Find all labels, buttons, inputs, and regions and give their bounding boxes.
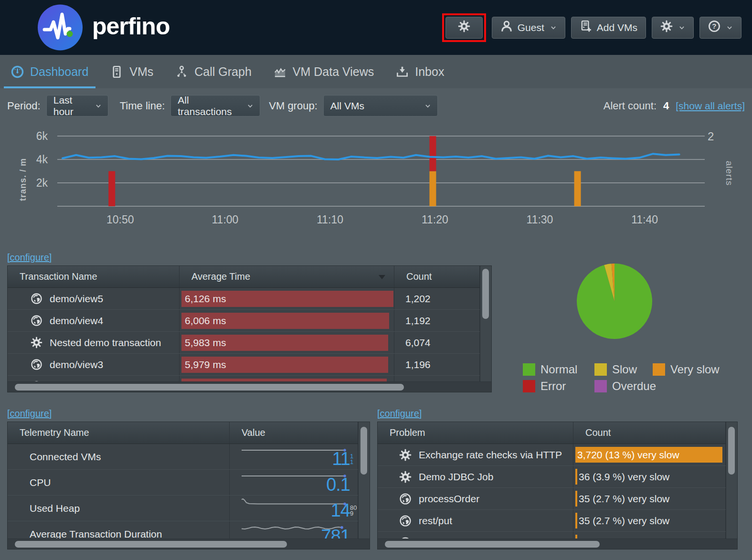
- header-actions: Guest Add VMs ?: [442, 0, 741, 55]
- problem-row[interactable]: rest/put35 (2.7 %) very slow: [378, 510, 737, 532]
- help-menu-button[interactable]: ?: [699, 17, 741, 39]
- configure-telemetry-link[interactable]: [configure]: [7, 408, 52, 419]
- timeline-select[interactable]: All transactions: [170, 95, 260, 116]
- horizontal-scrollbar[interactable]: [378, 539, 737, 549]
- tab-label: VM Data Views: [293, 65, 374, 79]
- legend-label: Very slow: [670, 363, 720, 376]
- settings-gear-annotation-box: [442, 13, 486, 42]
- svg-text:11:10: 11:10: [317, 213, 343, 226]
- svg-text:11:30: 11:30: [527, 213, 553, 226]
- gear-icon: [399, 449, 412, 461]
- legend-swatch: [653, 363, 665, 376]
- legend-label: Overdue: [612, 380, 656, 393]
- telemetry-row[interactable]: Connected VMs1111: [8, 444, 370, 470]
- legend-item-overdue: Overdue: [594, 380, 653, 393]
- callgraph-icon: [175, 65, 188, 78]
- legend-item-slow: Slow: [594, 363, 653, 376]
- transactions-body: demo/view56,126 ms1,202demo/view46,006 m…: [8, 288, 491, 382]
- svg-text:6k: 6k: [36, 130, 48, 142]
- legend-swatch: [523, 363, 535, 376]
- transaction-row[interactable]: Nested demo transaction5,983 ms6,074: [8, 332, 491, 354]
- transaction-name: demo/view3: [50, 359, 103, 370]
- column-header[interactable]: Problem: [378, 422, 573, 444]
- tab-label: Call Graph: [194, 65, 252, 79]
- transaction-row[interactable]: demo/view35,979 ms1,196: [8, 354, 491, 376]
- vertical-scrollbar[interactable]: [726, 422, 737, 539]
- period-label: Period:: [7, 100, 41, 112]
- transaction-row[interactable]: demo/view56,126 ms1,202: [8, 288, 491, 310]
- transaction-count: 6,074: [405, 337, 431, 349]
- telemetry-row[interactable]: Average Transaction Duration781: [8, 521, 370, 539]
- period-select[interactable]: Last hour: [46, 95, 108, 116]
- sort-descending-icon: [379, 275, 385, 279]
- svg-text:10:50: 10:50: [106, 213, 134, 226]
- gear-icon: [660, 20, 673, 32]
- chev-icon: [726, 24, 733, 31]
- svg-text:11:20: 11:20: [422, 213, 448, 226]
- vertical-scrollbar[interactable]: [358, 422, 370, 539]
- average-time-value: 6,126 ms: [181, 293, 226, 305]
- person-icon: [500, 20, 513, 32]
- transaction-count: 1,192: [405, 315, 431, 327]
- tab-dashboard[interactable]: Dashboard: [4, 55, 95, 88]
- chev-icon: [550, 24, 557, 31]
- telemetry-value: 14: [331, 500, 350, 521]
- vertical-scrollbar[interactable]: [480, 266, 491, 381]
- telemetry-value: 0.1: [326, 475, 350, 495]
- problem-row[interactable]: Exchange rate checks via HTTP3,720 (13 %…: [378, 444, 737, 466]
- legend-label: Slow: [612, 363, 637, 376]
- column-header[interactable]: Telemetry Name: [8, 422, 230, 444]
- globe-icon: [31, 359, 42, 370]
- vm-group-select[interactable]: All VMs: [323, 95, 438, 116]
- svg-text:alerts: alerts: [724, 161, 734, 186]
- guest-menu-button[interactable]: Guest: [492, 17, 565, 39]
- problem-name: processOrder: [419, 493, 479, 505]
- transaction-count: 1,202: [405, 293, 431, 305]
- telemetry-value: 781: [321, 526, 350, 539]
- add-vms-button[interactable]: Add VMs: [571, 17, 646, 39]
- average-time-bar: 5,983 ms: [181, 335, 388, 351]
- svg-text:?: ?: [712, 22, 716, 30]
- timeline-label: Time line:: [120, 100, 165, 112]
- show-all-alerts-link[interactable]: [show all alerts]: [676, 100, 745, 112]
- perfino-dashboard-page: perfino Guest Add VMs ? DashboardVMsCall…: [0, 0, 752, 560]
- telemetry-row[interactable]: CPU0.1: [8, 470, 370, 496]
- column-header[interactable]: Transaction Name: [8, 266, 180, 287]
- problem-row[interactable]: [378, 532, 737, 539]
- svg-text:2: 2: [708, 130, 714, 143]
- gear-icon: [399, 471, 412, 483]
- tab-vms[interactable]: VMs: [103, 55, 160, 88]
- value-range-clipped: 11: [350, 454, 357, 465]
- transaction-row[interactable]: demo/view46,006 ms1,192: [8, 310, 491, 332]
- problem-row[interactable]: Demo JDBC Job36 (3.9 %) very slow: [378, 466, 737, 488]
- chev-icon: [95, 103, 102, 109]
- tab-call-graph[interactable]: Call Graph: [168, 55, 259, 88]
- tab-vm-data-views[interactable]: VM Data Views: [266, 55, 381, 88]
- legend-item-very-slow: Very slow: [653, 363, 720, 376]
- column-header[interactable]: Average Time: [180, 266, 394, 287]
- chev-icon: [678, 24, 685, 31]
- horizontal-scrollbar[interactable]: [8, 381, 491, 392]
- problem-count: 36 (3.9 %) very slow: [573, 471, 669, 483]
- problem-name: Demo JDBC Job: [419, 471, 493, 483]
- settings-menu-button[interactable]: [652, 17, 694, 39]
- telemetry-row[interactable]: Used Heap14809: [8, 496, 370, 521]
- telemetry-table: Telemetry NameValueConnected VMs1111CPU0…: [7, 422, 370, 549]
- configure-transactions-link[interactable]: [configure]: [7, 252, 52, 263]
- column-header[interactable]: Count: [573, 422, 726, 444]
- alert-count-value: 4: [661, 100, 671, 112]
- problem-count: 35 (2.7 %) very slow: [573, 493, 669, 505]
- column-header[interactable]: Count: [394, 266, 480, 287]
- problem-row[interactable]: processOrder35 (2.7 %) very slow: [378, 488, 737, 510]
- configure-problems-link[interactable]: [configure]: [377, 408, 422, 419]
- settings-gear-button[interactable]: [445, 17, 483, 39]
- horizontal-scrollbar[interactable]: [8, 539, 370, 549]
- tab-inbox[interactable]: Inbox: [389, 55, 451, 88]
- telemetry-name: Connected VMs: [30, 451, 101, 463]
- chev-icon: [247, 103, 254, 109]
- legend-label: Error: [540, 380, 566, 393]
- chev-icon: [424, 103, 431, 109]
- column-header[interactable]: Value: [230, 422, 358, 444]
- legend-swatch: [594, 380, 607, 392]
- pie-legend: NormalSlowVery slowErrorOverdue: [523, 363, 720, 393]
